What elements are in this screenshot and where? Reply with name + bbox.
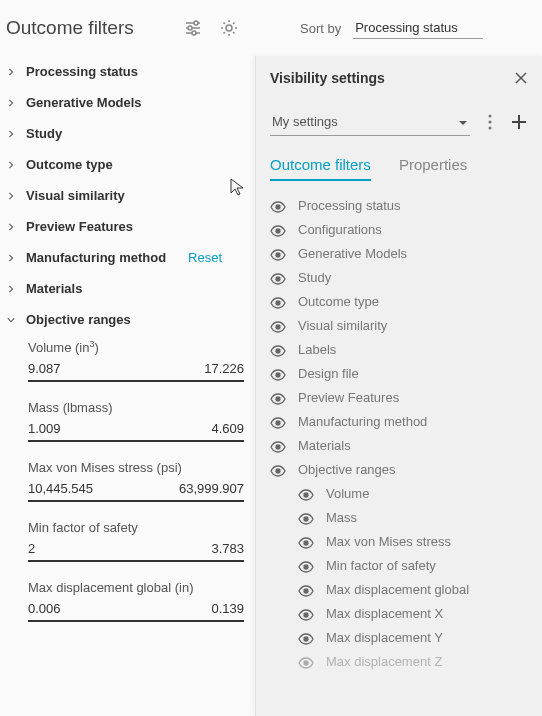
svg-point-28 xyxy=(304,541,308,545)
svg-point-23 xyxy=(276,421,280,425)
vis-item-visual-similarity[interactable]: Visual similarity xyxy=(270,313,528,337)
filter-processing-status[interactable]: Processing status xyxy=(6,56,244,87)
vis-label: Processing status xyxy=(298,198,401,213)
vis-label: Visual similarity xyxy=(298,318,387,333)
more-vertical-icon[interactable] xyxy=(482,114,498,130)
vis-item-outcome-type[interactable]: Outcome type xyxy=(270,289,528,313)
eye-icon xyxy=(298,535,314,547)
vis-item-study[interactable]: Study xyxy=(270,265,528,289)
range-vonmises: Max von Mises stress (psi) 10,445.545 63… xyxy=(28,460,244,502)
vis-label: Generative Models xyxy=(298,246,407,261)
range-slider[interactable]: 0.006 0.139 xyxy=(28,601,244,622)
filter-manufacturing-method[interactable]: Manufacturing method Reset xyxy=(6,242,244,273)
settings-select[interactable]: My settings xyxy=(270,108,470,136)
range-slider[interactable]: 10,445.545 63,999.907 xyxy=(28,481,244,502)
eye-icon xyxy=(270,247,286,259)
filter-study[interactable]: Study xyxy=(6,118,244,149)
chevron-right-icon xyxy=(6,67,16,77)
filter-generative-models[interactable]: Generative Models xyxy=(6,87,244,118)
filter-materials[interactable]: Materials xyxy=(6,273,244,304)
svg-point-20 xyxy=(276,349,280,353)
filter-label: Visual similarity xyxy=(26,188,125,203)
filter-label: Preview Features xyxy=(26,219,133,234)
vis-label: Configurations xyxy=(298,222,382,237)
vis-item-materials[interactable]: Materials xyxy=(270,433,528,457)
vis-item-preview-features[interactable]: Preview Features xyxy=(270,385,528,409)
vis-label: Manufacturing method xyxy=(298,414,427,429)
eye-icon xyxy=(270,367,286,379)
filter-objective-ranges[interactable]: Objective ranges xyxy=(6,304,244,335)
tab-outcome-filters[interactable]: Outcome filters xyxy=(270,156,371,181)
vis-item-processing-status[interactable]: Processing status xyxy=(270,193,528,217)
vis-label: Labels xyxy=(298,342,336,357)
range-max: 4.609 xyxy=(211,421,244,436)
range-disp: Max displacement global (in) 0.006 0.139 xyxy=(28,580,244,622)
ranges-block: Volume (in3) 9.087 17.226 Mass (lbmass) … xyxy=(0,335,250,622)
filter-visual-similarity[interactable]: Visual similarity xyxy=(6,180,244,211)
vis-label: Max displacement X xyxy=(326,606,443,621)
vis-item-manufacturing-method[interactable]: Manufacturing method xyxy=(270,409,528,433)
range-label: Max von Mises stress (psi) xyxy=(28,460,244,475)
vis-label: Min factor of safety xyxy=(326,558,436,573)
eye-icon xyxy=(298,655,314,667)
left-panel: Outcome filters Processing status xyxy=(0,0,250,716)
filter-outcome-type[interactable]: Outcome type xyxy=(6,149,244,180)
sort-select[interactable]: Processing status xyxy=(353,17,483,39)
vis-label: Volume xyxy=(326,486,369,501)
eye-icon xyxy=(270,295,286,307)
filter-preview-features[interactable]: Preview Features xyxy=(6,211,244,242)
eye-icon xyxy=(298,583,314,595)
vis-subitem-mass[interactable]: Mass xyxy=(270,505,528,529)
range-slider[interactable]: 9.087 17.226 xyxy=(28,361,244,382)
vis-subitem-disp-global[interactable]: Max displacement global xyxy=(270,577,528,601)
vis-subitem-volume[interactable]: Volume xyxy=(270,481,528,505)
chevron-right-icon xyxy=(6,129,16,139)
range-max: 17.226 xyxy=(204,361,244,376)
svg-point-1 xyxy=(194,21,198,25)
eye-icon xyxy=(298,487,314,499)
svg-point-25 xyxy=(276,469,280,473)
filter-label: Materials xyxy=(26,281,82,296)
range-label: Max displacement global (in) xyxy=(28,580,244,595)
range-min: 1.009 xyxy=(28,421,61,436)
filter-label: Objective ranges xyxy=(26,312,131,327)
svg-point-14 xyxy=(276,205,280,209)
vis-item-objective-ranges[interactable]: Objective ranges xyxy=(270,457,528,481)
sliders-icon[interactable] xyxy=(184,19,202,37)
svg-point-3 xyxy=(188,26,192,30)
chevron-right-icon xyxy=(6,191,16,201)
eye-icon xyxy=(270,319,286,331)
tab-properties[interactable]: Properties xyxy=(399,156,467,181)
plus-icon[interactable] xyxy=(510,113,528,131)
vis-item-design-file[interactable]: Design file xyxy=(270,361,528,385)
range-label: Mass (lbmass) xyxy=(28,400,244,415)
range-slider[interactable]: 1.009 4.609 xyxy=(28,421,244,442)
vis-subitem-vonmises[interactable]: Max von Mises stress xyxy=(270,529,528,553)
vis-item-configurations[interactable]: Configurations xyxy=(270,217,528,241)
close-icon[interactable] xyxy=(514,71,528,85)
svg-point-17 xyxy=(276,277,280,281)
filter-label: Generative Models xyxy=(26,95,142,110)
range-min: 0.006 xyxy=(28,601,61,616)
vis-subitem-disp-y[interactable]: Max displacement Y xyxy=(270,625,528,649)
gear-icon[interactable] xyxy=(220,19,238,37)
svg-point-24 xyxy=(276,445,280,449)
eye-icon xyxy=(298,631,314,643)
page-title: Outcome filters xyxy=(6,17,184,39)
filter-label: Outcome type xyxy=(26,157,113,172)
vis-subitem-disp-x[interactable]: Max displacement X xyxy=(270,601,528,625)
eye-icon xyxy=(270,223,286,235)
vis-subitem-disp-z[interactable]: Max displacement Z xyxy=(270,649,528,673)
vis-item-generative-models[interactable]: Generative Models xyxy=(270,241,528,265)
range-min: 10,445.545 xyxy=(28,481,93,496)
svg-point-30 xyxy=(304,589,308,593)
chevron-right-icon xyxy=(6,160,16,170)
range-slider[interactable]: 2 3.783 xyxy=(28,541,244,562)
vis-label: Max von Mises stress xyxy=(326,534,451,549)
reset-link[interactable]: Reset xyxy=(188,250,222,265)
vis-item-labels[interactable]: Labels xyxy=(270,337,528,361)
visibility-tabs: Outcome filters Properties xyxy=(256,150,542,181)
range-mass: Mass (lbmass) 1.009 4.609 xyxy=(28,400,244,442)
vis-label: Objective ranges xyxy=(298,462,396,477)
vis-subitem-safety[interactable]: Min factor of safety xyxy=(270,553,528,577)
